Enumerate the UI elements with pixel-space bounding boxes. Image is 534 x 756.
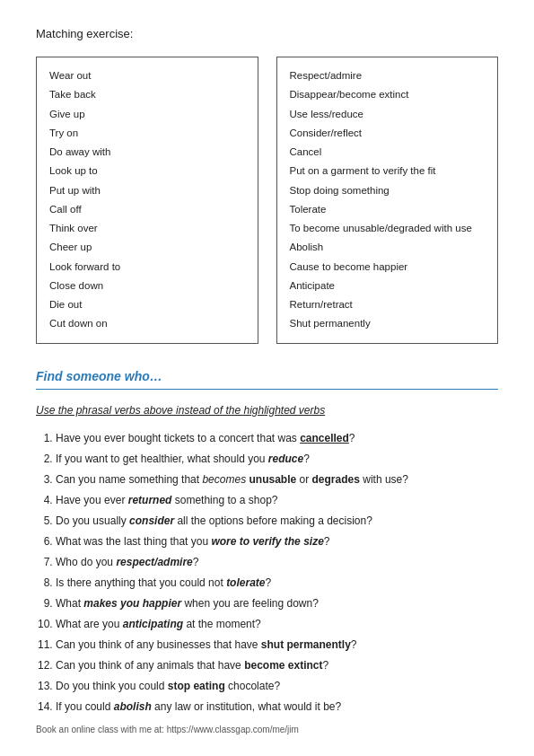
- right-box-item: To become unusable/degraded with use: [290, 219, 486, 238]
- left-box-item: Cheer up: [49, 238, 245, 257]
- question-3: Can you name something that becomes unus…: [56, 470, 498, 489]
- right-box-item: Tolerate: [290, 200, 486, 219]
- footer-text: Book an online class with me at: https:/…: [36, 725, 299, 734]
- question-1: Have you ever bought tickets to a concer…: [56, 429, 498, 448]
- left-box-item: Try on: [49, 124, 245, 143]
- page-title: Matching exercise:: [36, 27, 498, 40]
- right-box-item: Use less/reduce: [290, 105, 486, 124]
- questions-list: Have you ever bought tickets to a concer…: [36, 429, 498, 716]
- question-9: What makes you happier when you are feel…: [56, 594, 498, 613]
- find-someone-heading: Find someone who…: [36, 369, 498, 383]
- question-13: Do you think you could stop eating choco…: [56, 677, 498, 696]
- left-box-item: Wear out: [49, 66, 245, 85]
- right-box-item: Cancel: [290, 143, 486, 162]
- right-box-item: Return/retract: [290, 295, 486, 314]
- left-box-item: Close down: [49, 277, 245, 295]
- left-box-item: Cut down on: [49, 314, 245, 333]
- left-box-item: Die out: [49, 295, 245, 314]
- question-10: What are you anticipating at the moment?: [56, 615, 498, 634]
- question-7: Who do you respect/admire?: [56, 553, 498, 572]
- right-box-item: Respect/admire: [290, 66, 486, 85]
- question-4: Have you ever returned something to a sh…: [56, 491, 498, 510]
- right-box-item: Shut permanently: [290, 314, 486, 333]
- right-match-box: Respect/admire Disappear/become extinct …: [276, 57, 499, 344]
- right-box-item: Consider/reflect: [290, 124, 486, 143]
- left-match-box: Wear out Take back Give up Try on Do awa…: [36, 57, 258, 344]
- left-box-item: Look forward to: [49, 258, 245, 277]
- left-box-item: Put up with: [49, 181, 245, 200]
- question-5: Do you usually consider all the options …: [56, 512, 498, 531]
- left-box-item: Call off: [49, 200, 245, 219]
- question-11: Can you think of any businesses that hav…: [56, 636, 498, 655]
- right-box-item: Put on a garment to verify the fit: [290, 162, 486, 180]
- section-divider: [36, 389, 498, 390]
- right-box-item: Disappear/become extinct: [290, 85, 486, 104]
- left-box-item: Think over: [49, 219, 245, 238]
- right-box-item: Abolish: [290, 238, 486, 257]
- right-box-item: Cause to become happier: [290, 258, 486, 277]
- question-8: Is there anything that you could not tol…: [56, 574, 498, 593]
- question-14: If you could abolish any law or institut…: [56, 698, 498, 716]
- left-box-item: Look up to: [49, 162, 245, 180]
- matching-section: Wear out Take back Give up Try on Do awa…: [36, 57, 498, 344]
- instruction-text: Use the phrasal verbs above instead of t…: [36, 404, 498, 417]
- question-6: What was the last thing that you wore to…: [56, 532, 498, 551]
- question-12: Can you think of any animals that have b…: [56, 656, 498, 675]
- right-box-item: Anticipate: [290, 277, 486, 295]
- left-box-item: Give up: [49, 105, 245, 124]
- right-box-item: Stop doing something: [290, 181, 486, 200]
- left-box-item: Do away with: [49, 143, 245, 162]
- question-2: If you want to get healthier, what shoul…: [56, 450, 498, 469]
- left-box-item: Take back: [49, 85, 245, 104]
